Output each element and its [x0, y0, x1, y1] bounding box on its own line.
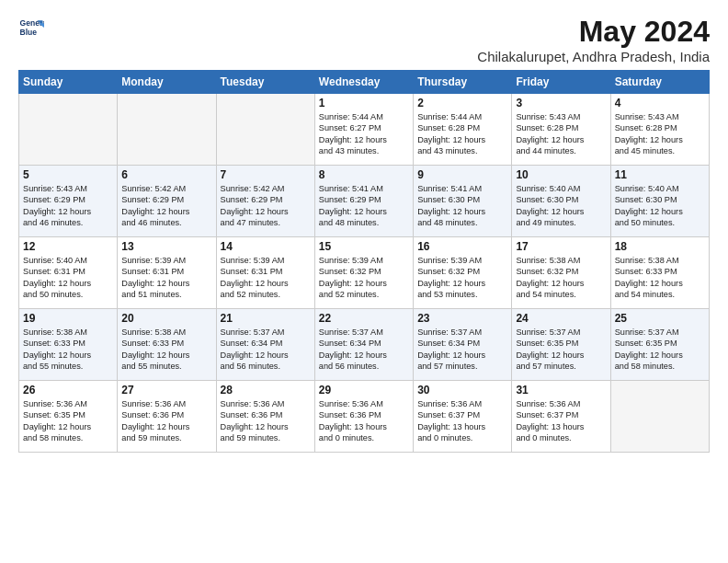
calendar-cell: 26Sunrise: 5:36 AMSunset: 6:35 PMDayligh…: [19, 381, 118, 453]
calendar-week-row-1: 1Sunrise: 5:44 AMSunset: 6:27 PMDaylight…: [19, 94, 710, 166]
day-info: Sunrise: 5:38 AMSunset: 6:33 PMDaylight:…: [121, 327, 211, 373]
day-number: 3: [516, 97, 606, 109]
day-number: 21: [221, 312, 311, 325]
day-number: 23: [417, 312, 507, 325]
day-number: 30: [417, 384, 507, 396]
calendar-cell: 7Sunrise: 5:42 AMSunset: 6:29 PMDaylight…: [216, 166, 314, 237]
calendar-cell: [610, 381, 709, 453]
day-info: Sunrise: 5:36 AMSunset: 6:36 PMDaylight:…: [121, 398, 211, 444]
calendar-cell: 4Sunrise: 5:43 AMSunset: 6:28 PMDaylight…: [610, 94, 709, 166]
day-info: Sunrise: 5:42 AMSunset: 6:29 PMDaylight:…: [121, 183, 211, 229]
calendar-cell: 31Sunrise: 5:36 AMSunset: 6:37 PMDayligh…: [512, 381, 610, 453]
calendar-cell: [216, 94, 314, 166]
day-number: 29: [319, 384, 409, 396]
calendar-cell: 28Sunrise: 5:36 AMSunset: 6:36 PMDayligh…: [216, 381, 314, 453]
day-number: 14: [221, 240, 311, 253]
calendar-cell: 13Sunrise: 5:39 AMSunset: 6:31 PMDayligh…: [118, 237, 216, 309]
day-info: Sunrise: 5:36 AMSunset: 6:36 PMDaylight:…: [221, 398, 311, 444]
day-info: Sunrise: 5:39 AMSunset: 6:31 PMDaylight:…: [221, 255, 311, 301]
day-info: Sunrise: 5:37 AMSunset: 6:35 PMDaylight:…: [615, 327, 705, 373]
day-number: 12: [23, 240, 113, 253]
day-info: Sunrise: 5:41 AMSunset: 6:30 PMDaylight:…: [417, 183, 507, 229]
header-wednesday: Wednesday: [314, 71, 413, 94]
calendar-header-row: Sunday Monday Tuesday Wednesday Thursday…: [19, 71, 710, 94]
day-number: 4: [615, 97, 705, 109]
day-number: 25: [615, 312, 705, 325]
calendar-cell: 23Sunrise: 5:37 AMSunset: 6:34 PMDayligh…: [414, 309, 512, 381]
calendar-cell: [19, 94, 118, 166]
day-info: Sunrise: 5:44 AMSunset: 6:28 PMDaylight:…: [417, 111, 507, 157]
calendar-cell: 6Sunrise: 5:42 AMSunset: 6:29 PMDaylight…: [118, 166, 216, 237]
day-info: Sunrise: 5:37 AMSunset: 6:34 PMDaylight:…: [319, 327, 409, 373]
day-info: Sunrise: 5:37 AMSunset: 6:35 PMDaylight:…: [516, 327, 606, 373]
day-number: 26: [23, 384, 113, 396]
calendar-cell: 17Sunrise: 5:38 AMSunset: 6:32 PMDayligh…: [512, 237, 610, 309]
calendar-week-row-4: 19Sunrise: 5:38 AMSunset: 6:33 PMDayligh…: [19, 309, 710, 381]
header-monday: Monday: [118, 71, 216, 94]
calendar-cell: 25Sunrise: 5:37 AMSunset: 6:35 PMDayligh…: [610, 309, 709, 381]
day-number: 11: [615, 168, 705, 181]
day-info: Sunrise: 5:36 AMSunset: 6:37 PMDaylight:…: [516, 398, 606, 444]
day-number: 20: [121, 312, 211, 325]
logo-icon: General Blue: [18, 15, 44, 40]
header-tuesday: Tuesday: [216, 71, 314, 94]
day-number: 19: [23, 312, 113, 325]
day-number: 24: [516, 312, 606, 325]
day-info: Sunrise: 5:41 AMSunset: 6:29 PMDaylight:…: [319, 183, 409, 229]
calendar-cell: 2Sunrise: 5:44 AMSunset: 6:28 PMDaylight…: [414, 94, 512, 166]
calendar-week-row-5: 26Sunrise: 5:36 AMSunset: 6:35 PMDayligh…: [19, 381, 710, 453]
day-info: Sunrise: 5:38 AMSunset: 6:33 PMDaylight:…: [23, 327, 113, 373]
day-number: 16: [417, 240, 507, 253]
day-info: Sunrise: 5:40 AMSunset: 6:30 PMDaylight:…: [615, 183, 705, 229]
day-info: Sunrise: 5:43 AMSunset: 6:28 PMDaylight:…: [516, 111, 606, 157]
day-info: Sunrise: 5:43 AMSunset: 6:28 PMDaylight:…: [615, 111, 705, 157]
day-info: Sunrise: 5:44 AMSunset: 6:27 PMDaylight:…: [319, 111, 409, 157]
day-info: Sunrise: 5:37 AMSunset: 6:34 PMDaylight:…: [221, 327, 311, 373]
calendar-cell: 15Sunrise: 5:39 AMSunset: 6:32 PMDayligh…: [314, 237, 413, 309]
calendar-week-row-2: 5Sunrise: 5:43 AMSunset: 6:29 PMDaylight…: [19, 166, 710, 237]
calendar-cell: 3Sunrise: 5:43 AMSunset: 6:28 PMDaylight…: [512, 94, 610, 166]
header-friday: Friday: [512, 71, 610, 94]
day-number: 27: [121, 384, 211, 396]
day-info: Sunrise: 5:40 AMSunset: 6:30 PMDaylight:…: [516, 183, 606, 229]
day-info: Sunrise: 5:36 AMSunset: 6:36 PMDaylight:…: [319, 398, 409, 444]
day-number: 22: [319, 312, 409, 325]
calendar-cell: 21Sunrise: 5:37 AMSunset: 6:34 PMDayligh…: [216, 309, 314, 381]
calendar-cell: 19Sunrise: 5:38 AMSunset: 6:33 PMDayligh…: [19, 309, 118, 381]
calendar-cell: [118, 94, 216, 166]
day-info: Sunrise: 5:37 AMSunset: 6:34 PMDaylight:…: [417, 327, 507, 373]
day-number: 8: [319, 168, 409, 181]
day-number: 31: [516, 384, 606, 396]
day-number: 28: [221, 384, 311, 396]
day-info: Sunrise: 5:39 AMSunset: 6:31 PMDaylight:…: [121, 255, 211, 301]
logo: General Blue: [18, 15, 44, 40]
calendar-cell: 20Sunrise: 5:38 AMSunset: 6:33 PMDayligh…: [118, 309, 216, 381]
header-thursday: Thursday: [414, 71, 512, 94]
calendar-cell: 14Sunrise: 5:39 AMSunset: 6:31 PMDayligh…: [216, 237, 314, 309]
day-number: 9: [417, 168, 507, 181]
day-info: Sunrise: 5:40 AMSunset: 6:31 PMDaylight:…: [23, 255, 113, 301]
day-info: Sunrise: 5:39 AMSunset: 6:32 PMDaylight:…: [319, 255, 409, 301]
day-number: 10: [516, 168, 606, 181]
calendar-cell: 9Sunrise: 5:41 AMSunset: 6:30 PMDaylight…: [414, 166, 512, 237]
day-info: Sunrise: 5:38 AMSunset: 6:33 PMDaylight:…: [615, 255, 705, 301]
calendar-cell: 22Sunrise: 5:37 AMSunset: 6:34 PMDayligh…: [314, 309, 413, 381]
day-number: 17: [516, 240, 606, 253]
header-saturday: Saturday: [610, 71, 709, 94]
calendar-cell: 30Sunrise: 5:36 AMSunset: 6:37 PMDayligh…: [414, 381, 512, 453]
calendar-cell: 1Sunrise: 5:44 AMSunset: 6:27 PMDaylight…: [314, 94, 413, 166]
day-info: Sunrise: 5:43 AMSunset: 6:29 PMDaylight:…: [23, 183, 113, 229]
main-title: May 2024: [477, 15, 710, 49]
day-info: Sunrise: 5:36 AMSunset: 6:37 PMDaylight:…: [417, 398, 507, 444]
calendar-cell: 29Sunrise: 5:36 AMSunset: 6:36 PMDayligh…: [314, 381, 413, 453]
calendar-page: General Blue May 2024 Chilakalurupet, An…: [0, 0, 728, 563]
title-block: May 2024 Chilakalurupet, Andhra Pradesh,…: [477, 15, 710, 64]
calendar-cell: 18Sunrise: 5:38 AMSunset: 6:33 PMDayligh…: [610, 237, 709, 309]
calendar-cell: 24Sunrise: 5:37 AMSunset: 6:35 PMDayligh…: [512, 309, 610, 381]
day-number: 18: [615, 240, 705, 253]
header: General Blue May 2024 Chilakalurupet, An…: [18, 15, 710, 64]
calendar-cell: 8Sunrise: 5:41 AMSunset: 6:29 PMDaylight…: [314, 166, 413, 237]
svg-text:Blue: Blue: [20, 28, 38, 37]
calendar-cell: 12Sunrise: 5:40 AMSunset: 6:31 PMDayligh…: [19, 237, 118, 309]
calendar-cell: 5Sunrise: 5:43 AMSunset: 6:29 PMDaylight…: [19, 166, 118, 237]
